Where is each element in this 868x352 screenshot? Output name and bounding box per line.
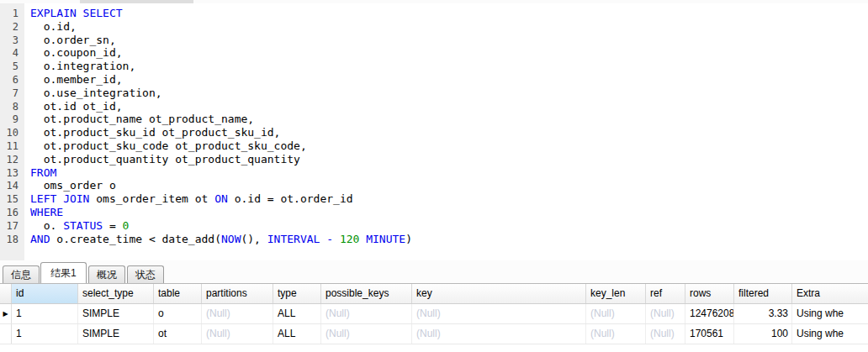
table-row[interactable]: 1SIMPLEot(Null)ALL(Null)(Null)(Null)(Nul… [0, 324, 868, 344]
current-row-marker-icon: ▶ [3, 311, 8, 318]
sql-lines: 1EXPLAIN SELECT2 o.id,3 o.order_sn,4 o.c… [0, 7, 868, 245]
sql-line: 18AND o.create_time < date_add(NOW(), IN… [0, 233, 868, 246]
explain-result-grid: idselect_typetablepartitionstypepossible… [0, 283, 868, 352]
line-number: 11 [0, 140, 24, 154]
grid-cell-possible_keys[interactable]: (Null) [321, 304, 412, 323]
column-header-select_type[interactable]: select_type [78, 284, 154, 303]
grid-cell-rows[interactable]: 170561 [685, 324, 734, 344]
grid-cell-key_len[interactable]: (Null) [586, 324, 646, 344]
sql-code-text: o.use_integration, [24, 87, 868, 100]
result-tab-bar: 信息结果1概况状态 [0, 260, 868, 283]
row-selector-cell[interactable] [0, 324, 12, 344]
sql-line: 1EXPLAIN SELECT [0, 7, 868, 20]
grid-cell-table[interactable]: ot [154, 324, 202, 344]
sql-client-window: 1EXPLAIN SELECT2 o.id,3 o.order_sn,4 o.c… [0, 0, 868, 352]
row-selector-cell[interactable]: ▶ [0, 304, 12, 323]
sql-line: 17 o. STATUS = 0 [0, 219, 868, 233]
line-number: 2 [0, 21, 24, 34]
line-number: 4 [0, 47, 24, 60]
sql-code-text: o. STATUS = 0 [24, 219, 868, 233]
row-selector-header[interactable] [0, 284, 12, 303]
line-number: 9 [0, 113, 24, 127]
line-number: 15 [0, 193, 24, 207]
sql-code-text: EXPLAIN SELECT [24, 7, 868, 20]
sql-code-text: ot.product_name ot_product_name, [24, 113, 868, 126]
sql-code-text: ot.product_sku_code ot_product_sku_code, [24, 139, 868, 153]
grid-cell-select_type[interactable]: SIMPLE [78, 324, 154, 344]
line-number: 7 [0, 87, 24, 101]
column-header-id[interactable]: id [12, 284, 78, 303]
grid-cell-type[interactable]: ALL [273, 324, 321, 344]
result-tab-3[interactable]: 概况 [88, 265, 125, 283]
grid-cell-select_type[interactable]: SIMPLE [78, 304, 154, 323]
sql-line: 6 o.member_id, [0, 73, 868, 87]
sql-line: 10 ot.product_sku_id ot_product_sku_id, [0, 126, 868, 139]
grid-cell-id[interactable]: 1 [12, 324, 78, 344]
column-header-type[interactable]: type [273, 284, 321, 303]
column-header-possible_keys[interactable]: possible_keys [321, 284, 412, 303]
sql-code-text: o.order_sn, [24, 34, 868, 47]
line-number: 16 [0, 207, 24, 220]
column-header-filtered[interactable]: filtered [734, 284, 792, 303]
sql-line: 8 ot.id ot_id, [0, 100, 868, 113]
sql-code-text: ot.product_quantity ot_product_quantity [24, 153, 868, 166]
sql-line: 7 o.use_integration, [0, 87, 868, 100]
grid-cell-id[interactable]: 1 [12, 304, 78, 323]
sql-line: 11 ot.product_sku_code ot_product_sku_co… [0, 139, 868, 153]
sql-code-text: ot.product_sku_id ot_product_sku_id, [24, 126, 868, 139]
line-number: 12 [0, 154, 24, 167]
grid-cell-ref[interactable]: (Null) [646, 324, 685, 344]
grid-cell-Extra[interactable]: Using whe [792, 324, 868, 344]
grid-cell-filtered[interactable]: 3.33 [734, 304, 792, 323]
line-number: 8 [0, 101, 24, 114]
grid-cell-filtered[interactable]: 100 [734, 324, 792, 344]
sql-line: 15LEFT JOIN oms_order_item ot ON o.id = … [0, 192, 868, 206]
column-header-key_len[interactable]: key_len [586, 284, 646, 303]
line-number: 13 [0, 167, 24, 181]
grid-cell-partitions[interactable]: (Null) [202, 304, 273, 323]
grid-cell-key[interactable]: (Null) [412, 324, 586, 344]
sql-line: 3 o.order_sn, [0, 34, 868, 47]
sql-line: 16WHERE [0, 206, 868, 219]
column-header-rows[interactable]: rows [685, 284, 734, 303]
grid-cell-key_len[interactable]: (Null) [586, 304, 646, 323]
grid-cell-partitions[interactable]: (Null) [202, 324, 273, 344]
sql-line: 5 o.integration, [0, 60, 868, 73]
sql-line: 9 ot.product_name ot_product_name, [0, 113, 868, 126]
grid-cell-rows[interactable]: 12476208 [685, 304, 734, 323]
column-header-table[interactable]: table [154, 284, 202, 303]
sql-code-text: o.coupon_id, [24, 46, 868, 60]
sql-code-text: LEFT JOIN oms_order_item ot ON o.id = ot… [24, 192, 868, 206]
column-header-Extra[interactable]: Extra [792, 284, 868, 303]
grid-body: ▶1SIMPLEo(Null)ALL(Null)(Null)(Null)(Nul… [0, 304, 868, 344]
sql-code-text: WHERE [24, 206, 868, 219]
grid-cell-Extra[interactable]: Using whe [792, 304, 868, 323]
grid-cell-key[interactable]: (Null) [412, 304, 586, 323]
grid-cell-possible_keys[interactable]: (Null) [321, 324, 412, 344]
line-number: 17 [0, 220, 24, 234]
grid-cell-ref[interactable]: (Null) [646, 304, 685, 323]
sql-code-text: o.member_id, [24, 73, 868, 87]
line-number: 5 [0, 60, 24, 74]
sql-line: 13FROM [0, 166, 868, 180]
sql-line: 14 oms_order o [0, 179, 868, 192]
column-header-partitions[interactable]: partitions [202, 284, 273, 303]
sql-code-text: FROM [24, 166, 868, 180]
column-header-ref[interactable]: ref [646, 284, 685, 303]
column-header-key[interactable]: key [412, 284, 586, 303]
grid-cell-type[interactable]: ALL [273, 304, 321, 323]
line-number: 1 [0, 8, 24, 21]
result-tab-1[interactable]: 信息 [3, 265, 40, 283]
sql-code-text: oms_order o [24, 179, 868, 192]
result-tab-4[interactable]: 状态 [127, 265, 164, 283]
sql-editor[interactable]: 1EXPLAIN SELECT2 o.id,3 o.order_sn,4 o.c… [0, 3, 868, 261]
line-number: 3 [0, 34, 24, 48]
sql-code-text: o.id, [24, 20, 868, 34]
sql-line: 4 o.coupon_id, [0, 46, 868, 60]
table-row[interactable]: ▶1SIMPLEo(Null)ALL(Null)(Null)(Null)(Nul… [0, 304, 868, 324]
line-number: 18 [0, 234, 24, 247]
result-tab-2[interactable]: 结果1 [40, 262, 87, 283]
sql-line: 12 ot.product_quantity ot_product_quanti… [0, 153, 868, 166]
grid-cell-table[interactable]: o [154, 304, 202, 323]
sql-line: 2 o.id, [0, 20, 868, 34]
